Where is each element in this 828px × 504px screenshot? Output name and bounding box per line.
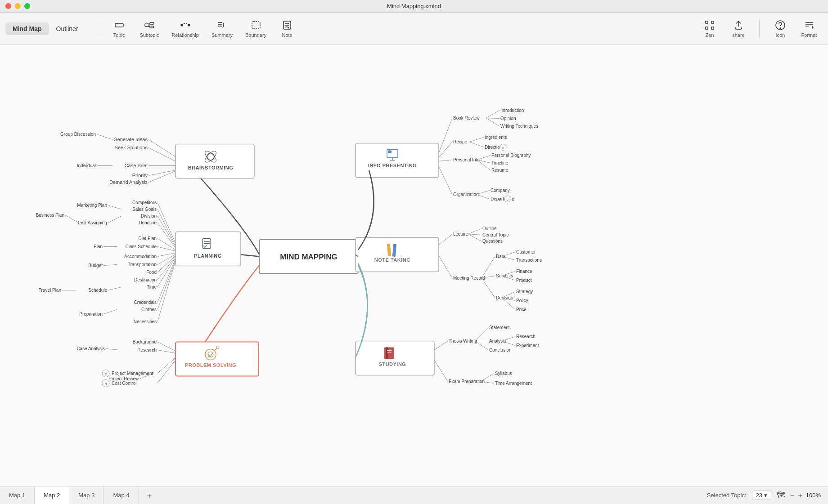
map-tab-1[interactable]: Map 1 (0, 486, 35, 504)
tab-mind-map[interactable]: Mind Map (5, 22, 49, 35)
icon-tool-label: Icon (776, 32, 785, 38)
toolbar-zen[interactable]: Zen (696, 17, 723, 40)
zoom-out-button[interactable]: − (790, 491, 794, 500)
svg-text:Transactions: Transactions (516, 258, 542, 263)
svg-text:2: 2 (507, 198, 508, 201)
toolbar-subtopic[interactable]: Subtopic (135, 17, 165, 40)
svg-line-22 (148, 140, 176, 157)
svg-line-49 (108, 216, 122, 223)
map-tab-2[interactable]: Map 2 (35, 486, 69, 504)
svg-line-73 (108, 287, 122, 290)
svg-text:Transportation: Transportation (128, 262, 157, 267)
svg-text:Class Schedule: Class Schedule (126, 244, 157, 249)
svg-text:Deadline: Deadline (139, 220, 157, 225)
svg-text:BRAINSTORMING: BRAINSTORMING (188, 165, 233, 170)
map-tab-4[interactable]: Map 4 (104, 486, 139, 504)
toolbar-icon[interactable]: Icon (767, 17, 794, 40)
svg-text:Seek Solutions: Seek Solutions (115, 145, 148, 150)
svg-line-79 (158, 260, 176, 310)
svg-text:Individual: Individual (77, 163, 96, 168)
svg-text:Book Review: Book Review (453, 116, 480, 120)
map-view-icon[interactable]: 🗺 (777, 491, 785, 500)
svg-text:Finance: Finance (516, 269, 532, 274)
svg-line-81 (104, 310, 117, 314)
svg-line-47 (158, 216, 176, 247)
svg-text:Group Discussion: Group Discussion (60, 132, 96, 137)
svg-line-83 (158, 261, 176, 322)
svg-line-137 (439, 167, 452, 195)
svg-text:Data: Data (496, 254, 506, 259)
toolbar-boundary[interactable]: Boundary (240, 17, 272, 40)
svg-line-4 (149, 23, 150, 25)
svg-line-113 (439, 118, 452, 153)
svg-text:PLANNING: PLANNING (194, 253, 221, 259)
svg-text:Questions: Questions (482, 239, 503, 244)
svg-text:Statement: Statement (489, 325, 510, 330)
svg-rect-0 (115, 23, 123, 27)
svg-rect-85 (176, 342, 259, 376)
svg-line-43 (158, 210, 176, 245)
svg-line-174 (482, 278, 495, 298)
svg-text:Demand Analysis: Demand Analysis (109, 179, 148, 185)
svg-line-71 (158, 258, 176, 287)
toolbar-share[interactable]: share (725, 17, 752, 40)
svg-line-77 (158, 259, 176, 303)
toolbar-divider-2 (759, 20, 760, 38)
svg-text:Food: Food (146, 270, 157, 275)
svg-text:Product: Product (516, 278, 532, 283)
selected-count-dropdown[interactable]: 23 ▾ (752, 491, 771, 500)
svg-text:Research: Research (137, 348, 157, 352)
svg-text:Destination: Destination (134, 277, 157, 282)
boundary-icon (251, 20, 261, 31)
zoom-in-button[interactable]: + (798, 491, 802, 500)
toolbar-topic[interactable]: Topic (106, 17, 133, 40)
svg-text:Company: Company (490, 188, 510, 193)
svg-rect-184 (386, 348, 388, 359)
svg-rect-183 (384, 348, 394, 359)
svg-line-202 (481, 374, 494, 382)
svg-line-5 (149, 25, 150, 27)
tab-outliner[interactable]: Outliner (49, 22, 86, 35)
mind-map-svg: MIND MAPPING BRAINSTORMING Generate Idea… (0, 45, 828, 486)
svg-line-156 (468, 234, 482, 235)
svg-line-129 (439, 160, 452, 161)
svg-text:Sales Goals: Sales Goals (132, 207, 157, 212)
zen-label: Zen (706, 32, 714, 38)
close-button[interactable] (5, 3, 11, 9)
svg-line-103 (158, 360, 176, 384)
svg-text:Competitors: Competitors (132, 200, 157, 205)
svg-line-198 (475, 341, 488, 350)
selected-count-value: 23 (756, 492, 762, 499)
svg-text:Necessities: Necessities (134, 319, 157, 324)
svg-line-69 (158, 257, 176, 280)
svg-text:Writing Techniques: Writing Techniques (500, 124, 538, 129)
svg-text:MIND MAPPING: MIND MAPPING (280, 253, 338, 261)
maximize-button[interactable] (24, 3, 30, 9)
svg-text:Opinion: Opinion (500, 116, 516, 121)
minimize-button[interactable] (15, 3, 21, 9)
svg-text:Schedule: Schedule (88, 288, 107, 293)
svg-text:Project Management: Project Management (112, 371, 153, 376)
svg-text:Meeting Record: Meeting Record (453, 276, 485, 281)
toolbar-format[interactable]: Format (796, 17, 823, 40)
svg-text:Case Analysis: Case Analysis (76, 346, 105, 351)
add-map-button[interactable]: ＋ (139, 486, 160, 504)
svg-line-188 (434, 341, 448, 350)
toolbar-relationship[interactable]: Relationship (166, 17, 204, 40)
svg-text:Outline: Outline (482, 226, 497, 231)
toolbar-divider (100, 20, 100, 38)
svg-text:Conclusion: Conclusion (489, 348, 511, 352)
svg-point-7 (188, 24, 190, 26)
svg-text:Business Plan: Business Plan (36, 213, 64, 218)
svg-text:Introduction: Introduction (500, 108, 524, 113)
toolbar-summary[interactable]: Summary (206, 17, 238, 40)
svg-text:Syllabus: Syllabus (495, 371, 512, 376)
toolbar-note[interactable]: Note (274, 17, 301, 40)
main-canvas[interactable]: MIND MAPPING BRAINSTORMING Generate Idea… (0, 45, 828, 486)
svg-text:Research: Research (516, 334, 536, 339)
svg-text:Ingredients: Ingredients (485, 135, 507, 140)
svg-text:Preparation: Preparation (79, 312, 103, 317)
map-tab-3[interactable]: Map 3 (69, 486, 104, 504)
chevron-down-icon: ▾ (764, 492, 767, 499)
svg-line-121 (439, 142, 452, 158)
